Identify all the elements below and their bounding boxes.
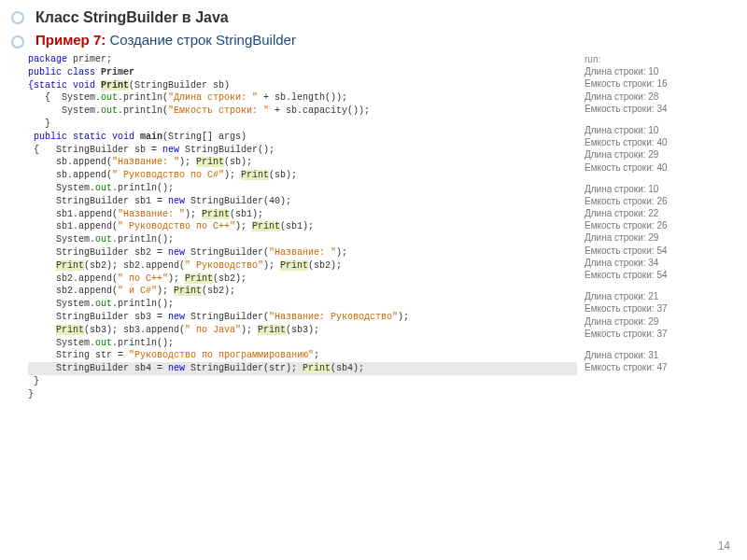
code-block: package primer; public class Primer {sta… [28,53,577,401]
output-line: Емкость строки: 54 [585,269,741,281]
example-description: Создание строк StringBuilder [109,32,295,48]
output-line: Емкость строки: 26 [585,219,741,231]
output-line: Длина строки: 31 [585,349,741,361]
output-line: Емкость строки: 54 [585,245,741,257]
output-line: Емкость строки: 40 [585,136,741,148]
content-area: package primer; public class Primer {sta… [0,53,747,401]
page-number: 14 [718,539,730,553]
output-line: Длина строки: 10 [585,65,741,77]
slide-title: Класс StringBuilder в Java [0,0,747,28]
bullet-icon [11,35,24,49]
output-line: Длина строки: 29 [585,231,741,244]
output-line: Емкость строки: 47 [585,361,741,373]
output-line: Длина строки: 21 [585,290,741,302]
output-line: Емкость строки: 26 [585,195,741,207]
output-line: Длина строки: 10 [585,183,741,195]
output-line: Емкость строки: 40 [585,161,741,174]
bullet-icon [11,11,24,24]
output-line: Длина строки: 29 [585,315,741,328]
output-block: run: Длина строки: 10 Емкость строки: 16… [585,53,741,401]
example-title: Пример 7: Создание строк StringBuilder [0,28,747,53]
output-line: Емкость строки: 37 [585,302,741,315]
output-line: Длина строки: 28 [585,91,741,103]
output-line: Длина строки: 29 [585,148,741,161]
output-line: Емкость строки: 34 [585,103,741,115]
output-line: Емкость строки: 37 [585,328,741,340]
output-line: Длина строки: 22 [585,207,741,219]
output-line: Длина строки: 34 [585,257,741,269]
output-line: Емкость строки: 16 [585,77,741,90]
output-line: Длина строки: 10 [585,124,741,136]
example-label: Пример 7: [35,32,106,48]
output-run-label: run: [585,53,741,65]
